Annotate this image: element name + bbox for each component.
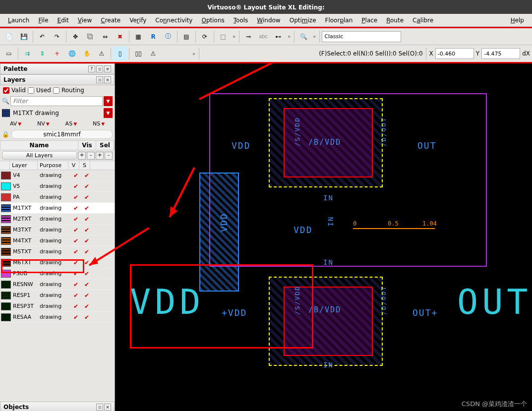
sel-check[interactable]: ✔ [81, 270, 92, 277]
redo-icon[interactable]: ↷ [50, 30, 64, 44]
more-chevron-icon[interactable]: » [286, 34, 292, 39]
warn1-icon[interactable]: ⚠ [95, 47, 109, 60]
vis-check[interactable]: ✔ [70, 172, 81, 179]
vis-check[interactable]: ✔ [70, 227, 81, 234]
ns-button[interactable]: NS▼ [93, 120, 105, 127]
current-layer-row[interactable]: M1TXT drawing ▼ [0, 107, 115, 119]
routing-checkbox[interactable] [53, 87, 59, 94]
menu-file[interactable]: File [34, 15, 52, 25]
menu-calibre[interactable]: Calibre [409, 15, 437, 25]
menu-verify[interactable]: Verify [125, 15, 150, 25]
close-icon[interactable]: × [104, 65, 111, 72]
av-button[interactable]: AV▼ [10, 120, 21, 127]
vis-check[interactable]: ✔ [70, 237, 81, 244]
highlight-icon[interactable]: ▯ [113, 47, 127, 60]
close-icon[interactable]: × [104, 76, 111, 83]
filter-dropdown-icon[interactable]: ▼ [104, 96, 113, 106]
world-icon[interactable]: 🌐 [65, 47, 79, 60]
layer-row[interactable]: RESP1 drawing ✔ ✔ [0, 290, 115, 301]
layer-row[interactable]: V5 drawing ✔ ✔ [0, 181, 115, 192]
vis-check[interactable]: ✔ [70, 248, 81, 255]
hand-icon[interactable]: ✋ [80, 47, 94, 60]
close-icon[interactable]: × [104, 404, 111, 411]
help-icon[interactable]: ? [88, 65, 95, 72]
ruler-r-icon[interactable]: R [146, 30, 160, 44]
layer-row[interactable]: M5TXT drawing ✔ ✔ [0, 246, 115, 257]
sel-check[interactable]: ✔ [81, 172, 92, 179]
menu-edit[interactable]: Edit [54, 15, 73, 25]
layer-row[interactable]: M2TXT drawing ✔ ✔ [0, 214, 115, 225]
more-chevron-icon[interactable]: » [311, 34, 317, 39]
workspace-select[interactable] [322, 31, 401, 42]
menu-connectivity[interactable]: Connectivity [151, 15, 196, 25]
undo-icon[interactable]: ↶ [35, 30, 49, 44]
menu-options[interactable]: Options [197, 15, 228, 25]
vis-check[interactable]: ✔ [70, 216, 81, 223]
tech-library[interactable]: smic18mmrf [11, 130, 113, 139]
used-checkbox[interactable] [28, 87, 34, 94]
layer-row[interactable]: RESP3T drawing ✔ ✔ [0, 301, 115, 312]
menu-place[interactable]: Place [357, 15, 381, 25]
layer-row[interactable]: PSUB drawing ✔ ✔ [0, 268, 115, 279]
vis-minus-button[interactable]: - [87, 152, 95, 160]
layer-row[interactable]: M1TXT drawing ✔ ✔ [0, 203, 115, 214]
pin-icon[interactable]: ⊸ [241, 30, 255, 44]
menu-floorplan[interactable]: Floorplan [321, 15, 357, 25]
menu-window[interactable]: Window [253, 15, 284, 25]
delete-icon[interactable]: ✖ [113, 30, 127, 44]
as-button[interactable]: AS▼ [65, 120, 77, 127]
compare-icon[interactable]: ▯▯ [131, 47, 145, 60]
stretch-icon[interactable]: ⇔ [98, 30, 112, 44]
warn2-icon[interactable]: ⚠ [146, 47, 160, 60]
sel-check[interactable]: ✔ [81, 227, 92, 234]
layer-row[interactable]: RESNW drawing ✔ ✔ [0, 279, 115, 290]
menu-route[interactable]: Route [382, 15, 408, 25]
menu-create[interactable]: Create [97, 15, 124, 25]
layer-row[interactable]: RESAA drawing ✔ ✔ [0, 312, 115, 323]
sel-check[interactable]: ✔ [81, 237, 92, 244]
all-layers-button[interactable]: All Layers [2, 151, 77, 160]
detach-icon[interactable]: ▫ [96, 404, 103, 411]
sel-check[interactable]: ✔ [81, 259, 92, 266]
layer-row[interactable]: M3TXT drawing ✔ ✔ [0, 225, 115, 235]
filter-input[interactable] [10, 96, 103, 106]
layer-dropdown-icon[interactable]: ▼ [104, 108, 113, 118]
open-icon[interactable]: 📄 [2, 30, 16, 44]
vis-check[interactable]: ✔ [70, 292, 81, 299]
layer-row[interactable]: PA drawing ✔ ✔ [0, 192, 115, 203]
menu-help[interactable]: Help [507, 15, 528, 25]
sel-plus-button[interactable]: + [96, 152, 104, 160]
sel-check[interactable]: ✔ [81, 314, 92, 321]
layer-row[interactable]: M4TXT drawing ✔ ✔ [0, 235, 115, 246]
abc-label-icon[interactable]: abc [256, 30, 270, 44]
vis-check[interactable]: ✔ [70, 270, 81, 277]
move-icon[interactable]: ✥ [68, 30, 82, 44]
misc-icon[interactable]: ⬚ [216, 30, 230, 44]
lock-icon[interactable]: 🔒 [2, 131, 9, 138]
layer-row[interactable]: M6TXT drawing ✔ ✔ [0, 257, 115, 268]
select-icon[interactable]: ▭ [2, 47, 16, 60]
detach-icon[interactable]: ▫ [96, 76, 103, 83]
purpose-hdr[interactable]: Purpose [38, 161, 68, 170]
y-coord-input[interactable] [481, 48, 520, 59]
crosshair-icon[interactable]: + [50, 47, 64, 60]
sel-check[interactable]: ✔ [81, 303, 92, 310]
path-icon[interactable]: ⇉ [20, 47, 34, 60]
vis-check[interactable]: ✔ [70, 303, 81, 310]
info-icon[interactable]: ⓘ [161, 30, 175, 44]
detach-icon[interactable]: ▫ [96, 65, 103, 72]
properties-icon[interactable]: ▦ [131, 30, 145, 44]
sel-check[interactable]: ✔ [81, 248, 92, 255]
sel-check[interactable]: ✔ [81, 292, 92, 299]
layers-list[interactable]: V4 drawing ✔ ✔ V5 drawing ✔ ✔ PA drawing… [0, 170, 115, 402]
sel-check[interactable]: ✔ [81, 205, 92, 212]
rotate-icon[interactable]: ⟳ [198, 30, 212, 44]
vis-check[interactable]: ✔ [70, 205, 81, 212]
more-chevron-icon[interactable]: » [231, 34, 237, 39]
menu-launch[interactable]: Launch [4, 15, 33, 25]
vis-check[interactable]: ✔ [70, 183, 81, 190]
sel-check[interactable]: ✔ [81, 281, 92, 288]
align-icon[interactable]: ▤ [179, 30, 193, 44]
sel-check[interactable]: ✔ [81, 183, 92, 190]
vis-plus-button[interactable]: + [78, 152, 86, 160]
